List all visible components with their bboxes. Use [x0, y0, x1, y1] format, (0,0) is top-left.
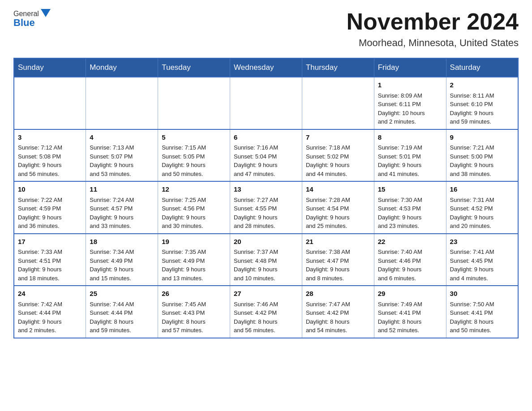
header: General Blue November 2024 Moorhead, Min…: [13, 9, 519, 49]
logo-blue-text: Blue: [13, 17, 35, 29]
day-info: Sunrise: 7:40 AMSunset: 4:46 PMDaylight:…: [378, 248, 442, 283]
day-number: 25: [90, 289, 154, 299]
day-info: Sunrise: 7:44 AMSunset: 4:44 PMDaylight:…: [90, 300, 154, 335]
calendar-header-friday: Friday: [374, 58, 446, 77]
day-number: 13: [234, 184, 298, 195]
day-number: 23: [450, 237, 514, 247]
calendar-cell: [86, 77, 158, 129]
calendar-cell: 12Sunrise: 7:25 AMSunset: 4:56 PMDayligh…: [158, 181, 230, 234]
calendar-week-5: 24Sunrise: 7:42 AMSunset: 4:44 PMDayligh…: [14, 286, 518, 338]
calendar-cell: 4Sunrise: 7:13 AMSunset: 5:07 PMDaylight…: [86, 129, 158, 182]
svg-marker-0: [41, 9, 51, 17]
calendar-cell: 11Sunrise: 7:24 AMSunset: 4:57 PMDayligh…: [86, 181, 158, 234]
calendar-cell: 15Sunrise: 7:30 AMSunset: 4:53 PMDayligh…: [374, 181, 446, 234]
calendar-week-4: 17Sunrise: 7:33 AMSunset: 4:51 PMDayligh…: [14, 234, 518, 286]
day-info: Sunrise: 7:27 AMSunset: 4:55 PMDaylight:…: [234, 196, 298, 231]
day-number: 5: [162, 133, 226, 143]
calendar-cell: 22Sunrise: 7:40 AMSunset: 4:46 PMDayligh…: [374, 234, 446, 286]
calendar-cell: 26Sunrise: 7:45 AMSunset: 4:43 PMDayligh…: [158, 286, 230, 338]
day-number: 21: [306, 237, 370, 247]
day-number: 15: [378, 184, 442, 195]
day-info: Sunrise: 7:21 AMSunset: 5:00 PMDaylight:…: [450, 143, 514, 178]
calendar-cell: 19Sunrise: 7:35 AMSunset: 4:49 PMDayligh…: [158, 234, 230, 286]
day-info: Sunrise: 7:19 AMSunset: 5:01 PMDaylight:…: [378, 143, 442, 178]
calendar-header-thursday: Thursday: [302, 58, 374, 77]
calendar-cell: 24Sunrise: 7:42 AMSunset: 4:44 PMDayligh…: [14, 286, 86, 338]
day-number: 12: [162, 184, 226, 195]
calendar-cell: 9Sunrise: 7:21 AMSunset: 5:00 PMDaylight…: [446, 129, 518, 182]
calendar-cell: 17Sunrise: 7:33 AMSunset: 4:51 PMDayligh…: [14, 234, 86, 286]
day-number: 30: [450, 289, 514, 299]
calendar-week-2: 3Sunrise: 7:12 AMSunset: 5:08 PMDaylight…: [14, 129, 518, 182]
day-info: Sunrise: 7:18 AMSunset: 5:02 PMDaylight:…: [306, 143, 370, 178]
day-number: 9: [450, 133, 514, 143]
calendar-cell: 23Sunrise: 7:41 AMSunset: 4:45 PMDayligh…: [446, 234, 518, 286]
logo: General Blue: [13, 9, 51, 29]
day-info: Sunrise: 7:41 AMSunset: 4:45 PMDaylight:…: [450, 248, 514, 283]
day-number: 18: [90, 237, 154, 247]
day-number: 24: [18, 289, 82, 299]
day-number: 2: [450, 80, 514, 90]
month-title: November 2024: [347, 9, 519, 34]
day-info: Sunrise: 7:42 AMSunset: 4:44 PMDaylight:…: [18, 300, 82, 335]
day-number: 28: [306, 289, 370, 299]
calendar-cell: 8Sunrise: 7:19 AMSunset: 5:01 PMDaylight…: [374, 129, 446, 182]
calendar-cell: [14, 77, 86, 129]
calendar-cell: [302, 77, 374, 129]
day-number: 8: [378, 133, 442, 143]
day-number: 3: [18, 133, 82, 143]
day-number: 22: [378, 237, 442, 247]
day-info: Sunrise: 7:34 AMSunset: 4:49 PMDaylight:…: [90, 248, 154, 283]
calendar-cell: 25Sunrise: 7:44 AMSunset: 4:44 PMDayligh…: [86, 286, 158, 338]
calendar-cell: 30Sunrise: 7:50 AMSunset: 4:41 PMDayligh…: [446, 286, 518, 338]
calendar-cell: [158, 77, 230, 129]
day-number: 26: [162, 289, 226, 299]
day-number: 17: [18, 237, 82, 247]
calendar-cell: 5Sunrise: 7:15 AMSunset: 5:05 PMDaylight…: [158, 129, 230, 182]
calendar-cell: 28Sunrise: 7:47 AMSunset: 4:42 PMDayligh…: [302, 286, 374, 338]
calendar-header-sunday: Sunday: [14, 58, 86, 77]
calendar-header-row: SundayMondayTuesdayWednesdayThursdayFrid…: [14, 58, 518, 77]
day-number: 20: [234, 237, 298, 247]
day-info: Sunrise: 7:13 AMSunset: 5:07 PMDaylight:…: [90, 143, 154, 178]
calendar-cell: 20Sunrise: 7:37 AMSunset: 4:48 PMDayligh…: [230, 234, 302, 286]
calendar-week-3: 10Sunrise: 7:22 AMSunset: 4:59 PMDayligh…: [14, 181, 518, 234]
calendar-cell: 7Sunrise: 7:18 AMSunset: 5:02 PMDaylight…: [302, 129, 374, 182]
day-info: Sunrise: 7:22 AMSunset: 4:59 PMDaylight:…: [18, 196, 82, 231]
day-info: Sunrise: 8:09 AMSunset: 6:11 PMDaylight:…: [378, 91, 442, 126]
day-info: Sunrise: 7:31 AMSunset: 4:52 PMDaylight:…: [450, 196, 514, 231]
calendar-cell: 3Sunrise: 7:12 AMSunset: 5:08 PMDaylight…: [14, 129, 86, 182]
day-info: Sunrise: 7:33 AMSunset: 4:51 PMDaylight:…: [18, 248, 82, 283]
calendar-cell: 6Sunrise: 7:16 AMSunset: 5:04 PMDaylight…: [230, 129, 302, 182]
day-number: 27: [234, 289, 298, 299]
day-info: Sunrise: 7:12 AMSunset: 5:08 PMDaylight:…: [18, 143, 82, 178]
day-number: 11: [90, 184, 154, 195]
calendar-cell: 2Sunrise: 8:11 AMSunset: 6:10 PMDaylight…: [446, 77, 518, 129]
day-number: 16: [450, 184, 514, 195]
day-info: Sunrise: 7:28 AMSunset: 4:54 PMDaylight:…: [306, 196, 370, 231]
day-info: Sunrise: 7:35 AMSunset: 4:49 PMDaylight:…: [162, 248, 226, 283]
calendar-cell: 10Sunrise: 7:22 AMSunset: 4:59 PMDayligh…: [14, 181, 86, 234]
day-info: Sunrise: 7:30 AMSunset: 4:53 PMDaylight:…: [378, 196, 442, 231]
day-info: Sunrise: 7:25 AMSunset: 4:56 PMDaylight:…: [162, 196, 226, 231]
calendar-cell: 13Sunrise: 7:27 AMSunset: 4:55 PMDayligh…: [230, 181, 302, 234]
day-number: 6: [234, 133, 298, 143]
calendar-cell: [230, 77, 302, 129]
day-info: Sunrise: 8:11 AMSunset: 6:10 PMDaylight:…: [450, 91, 514, 126]
day-info: Sunrise: 7:38 AMSunset: 4:47 PMDaylight:…: [306, 248, 370, 283]
day-info: Sunrise: 7:50 AMSunset: 4:41 PMDaylight:…: [450, 300, 514, 335]
day-number: 29: [378, 289, 442, 299]
day-info: Sunrise: 7:49 AMSunset: 4:41 PMDaylight:…: [378, 300, 442, 335]
logo-triangle-icon: [41, 9, 51, 19]
day-info: Sunrise: 7:16 AMSunset: 5:04 PMDaylight:…: [234, 143, 298, 178]
calendar-cell: 16Sunrise: 7:31 AMSunset: 4:52 PMDayligh…: [446, 181, 518, 234]
calendar-cell: 27Sunrise: 7:46 AMSunset: 4:42 PMDayligh…: [230, 286, 302, 338]
day-number: 1: [378, 80, 442, 90]
title-area: November 2024 Moorhead, Minnesota, Unite…: [347, 9, 519, 49]
location-title: Moorhead, Minnesota, United States: [347, 37, 519, 49]
calendar-header-saturday: Saturday: [446, 58, 518, 77]
calendar-week-1: 1Sunrise: 8:09 AMSunset: 6:11 PMDaylight…: [14, 77, 518, 129]
day-number: 14: [306, 184, 370, 195]
day-number: 10: [18, 184, 82, 195]
calendar-cell: 29Sunrise: 7:49 AMSunset: 4:41 PMDayligh…: [374, 286, 446, 338]
